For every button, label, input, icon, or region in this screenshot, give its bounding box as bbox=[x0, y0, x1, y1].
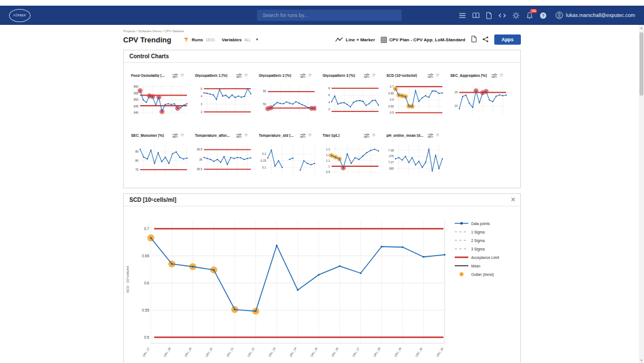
mini-control-chart[interactable]: Temperature_after... ☆ 36.53635.5 bbox=[195, 130, 253, 179]
mini-chart-canvas[interactable]: 7.08.0757.07.065 bbox=[386, 141, 444, 176]
scroll-up-arrow[interactable]: ▲ bbox=[639, 26, 644, 29]
favorite-star-icon[interactable]: ☆ bbox=[244, 73, 248, 77]
svg-text:1.1: 1.1 bbox=[326, 159, 330, 162]
mini-control-chart[interactable]: SEC_Monomer [%] ☆ 858075 bbox=[131, 130, 189, 179]
mini-chart-header: SCD [10⁵cells/ml] ☆ bbox=[386, 70, 444, 80]
legend-item[interactable]: 1 Sigma bbox=[455, 230, 512, 234]
favorite-star-icon[interactable]: ☆ bbox=[180, 73, 184, 77]
mini-control-chart[interactable]: SCD [10⁵cells/ml] ☆ 0.70.650.60.550.5 bbox=[386, 70, 444, 119]
filter-funnel-icon bbox=[184, 37, 189, 42]
mini-chart-canvas[interactable]: 5432 bbox=[195, 81, 253, 116]
mini-chart-canvas[interactable]: 858075 bbox=[131, 141, 189, 176]
legend-item[interactable]: Outlier (trend) bbox=[455, 272, 512, 276]
svg-text:CPV_24: CPV_24 bbox=[289, 347, 297, 357]
mini-chart-canvas[interactable]: 1510 bbox=[450, 81, 508, 116]
chart-legend: Data points1 Sigma2 Sigma3 SigmaAcceptan… bbox=[448, 214, 512, 363]
legend-item[interactable]: Mean bbox=[455, 263, 512, 268]
page-toolbar: CPV Trending Runs 15/31 Variables ALL ▾ … bbox=[123, 34, 521, 45]
svg-text:7.08: 7.08 bbox=[388, 149, 394, 152]
chart-settings-sliders-icon[interactable] bbox=[172, 70, 178, 80]
favorite-star-icon[interactable]: ☆ bbox=[308, 133, 312, 137]
breadcrumb[interactable]: Projects / Software Demo / CPV Dataset bbox=[123, 29, 521, 33]
favorite-star-icon[interactable]: ☆ bbox=[308, 73, 312, 77]
chart-settings-sliders-icon[interactable] bbox=[236, 130, 242, 140]
help-icon[interactable]: ? bbox=[539, 12, 547, 19]
runs-filter[interactable]: Runs 15/31 bbox=[184, 37, 215, 42]
svg-text:0.65: 0.65 bbox=[388, 92, 394, 95]
user-account[interactable]: lukas.marschall@exputec.com bbox=[555, 11, 635, 19]
cpv-plan-selector[interactable]: CPV Plan - CPV App_LoM-Standard bbox=[381, 37, 465, 43]
chart-settings-sliders-icon[interactable] bbox=[172, 130, 178, 140]
chart-settings-sliders-icon[interactable] bbox=[428, 130, 433, 140]
scroll-down-arrow[interactable]: ▼ bbox=[639, 358, 644, 362]
variables-filter[interactable]: Variables ALL ▾ bbox=[222, 37, 258, 42]
chart-settings-sliders-icon[interactable] bbox=[364, 70, 369, 80]
gear-icon[interactable] bbox=[512, 12, 520, 19]
chevron-down-icon[interactable]: ▾ bbox=[256, 37, 258, 42]
detail-chart-header: SCD [10⁵cells/ml] × bbox=[124, 194, 520, 206]
favorite-star-icon[interactable]: ☆ bbox=[499, 73, 503, 77]
mini-chart-canvas[interactable]: 5550 bbox=[259, 81, 316, 116]
mini-chart-title: SEC_Aggregates [%] bbox=[450, 74, 490, 77]
favorite-star-icon[interactable]: ☆ bbox=[436, 133, 440, 137]
svg-text:CPV_25: CPV_25 bbox=[310, 347, 318, 357]
legend-sample-red-line bbox=[455, 255, 468, 260]
mini-chart-canvas[interactable]: 36.53635.5 bbox=[195, 141, 253, 176]
svg-text:36.5: 36.5 bbox=[197, 148, 202, 151]
chart-settings-sliders-icon[interactable] bbox=[236, 70, 242, 80]
legend-item[interactable]: Data points bbox=[455, 221, 512, 226]
svg-text:2: 2 bbox=[328, 107, 330, 111]
scrollbar-thumb[interactable] bbox=[639, 32, 643, 96]
code-icon[interactable] bbox=[498, 12, 506, 19]
mini-chart-canvas[interactable]: 0.70.650.60.550.5 bbox=[386, 81, 444, 116]
notifications-bell[interactable]: 131 bbox=[526, 12, 533, 19]
svg-text:1: 1 bbox=[328, 165, 330, 168]
grid-icon bbox=[381, 37, 387, 43]
favorite-star-icon[interactable]: ☆ bbox=[372, 73, 376, 77]
search-input[interactable] bbox=[262, 12, 397, 19]
chart-settings-sliders-icon[interactable] bbox=[364, 130, 369, 140]
mini-control-chart[interactable]: Glycopattern 3 [%] ☆ 8642 bbox=[323, 70, 380, 119]
detail-chart-canvas[interactable]: 0.70.650.60.550.5CPV_17CPV_18CPV_19CPV_2… bbox=[134, 214, 448, 363]
vertical-scrollbar[interactable]: ▲ ▼ bbox=[639, 25, 644, 363]
legend-sample-orange-dot bbox=[455, 272, 468, 276]
mini-chart-title: Glycopattern 3 [%] bbox=[323, 74, 362, 77]
mini-chart-canvas[interactable]: 860855850845840 bbox=[131, 81, 189, 116]
svg-text:0.5: 0.5 bbox=[390, 111, 394, 114]
koerber-logo[interactable]: KÖRBER bbox=[9, 9, 31, 22]
legend-item[interactable]: 2 Sigma bbox=[455, 238, 512, 243]
close-icon[interactable]: × bbox=[511, 195, 515, 204]
mini-control-chart[interactable]: Glycopattern 1 [%] ☆ 5432 bbox=[195, 70, 253, 119]
book-icon[interactable] bbox=[472, 12, 480, 19]
favorite-star-icon[interactable]: ☆ bbox=[436, 73, 440, 77]
mini-chart-title: SEC_Monomer [%] bbox=[131, 133, 171, 137]
apps-button[interactable]: Apps bbox=[494, 34, 521, 45]
file-icon[interactable] bbox=[486, 12, 492, 19]
share-button[interactable] bbox=[482, 34, 489, 45]
legend-sample-dashed bbox=[455, 247, 468, 251]
mini-chart-canvas[interactable]: 8642 bbox=[323, 81, 380, 116]
svg-text:CPV_23: CPV_23 bbox=[268, 347, 276, 357]
mini-control-chart[interactable]: Titer [g/L] ☆ 1.31.21.110.9 bbox=[323, 130, 380, 179]
favorite-star-icon[interactable]: ☆ bbox=[244, 133, 248, 137]
mini-control-chart[interactable]: Temperature_std [... ☆ 0.20.150.1 bbox=[259, 130, 316, 179]
chart-settings-sliders-icon[interactable] bbox=[428, 70, 433, 80]
legend-item[interactable]: Acceptance Limit bbox=[455, 255, 512, 260]
favorite-star-icon[interactable]: ☆ bbox=[180, 133, 184, 137]
mini-chart-canvas[interactable]: 0.20.150.1 bbox=[259, 141, 316, 176]
chart-settings-sliders-icon[interactable] bbox=[300, 130, 306, 140]
mini-control-chart[interactable]: Feed Osmolality [... ☆ 860855850845840 bbox=[131, 70, 189, 119]
mini-control-chart[interactable]: pH_online_mean [d... ☆ 7.08.0757.07.065 bbox=[386, 130, 444, 179]
chart-settings-sliders-icon[interactable] bbox=[491, 70, 497, 80]
mini-chart-canvas[interactable]: 1.31.21.110.9 bbox=[323, 141, 380, 176]
favorite-star-icon[interactable]: ☆ bbox=[372, 133, 376, 137]
svg-text:0.2: 0.2 bbox=[262, 152, 266, 155]
chart-settings-sliders-icon[interactable] bbox=[300, 70, 306, 80]
legend-item[interactable]: 3 Sigma bbox=[455, 247, 512, 251]
line-marker-icon bbox=[335, 37, 343, 42]
mini-control-chart[interactable]: Glycopattern 2 [%] ☆ 5550 bbox=[259, 70, 316, 119]
line-marker-toggle[interactable]: Line + Marker bbox=[335, 37, 375, 42]
menu-icon[interactable] bbox=[459, 12, 466, 19]
mini-control-chart[interactable]: SEC_Aggregates [%] ☆ 1510 bbox=[450, 70, 508, 119]
report-button[interactable] bbox=[471, 34, 477, 45]
